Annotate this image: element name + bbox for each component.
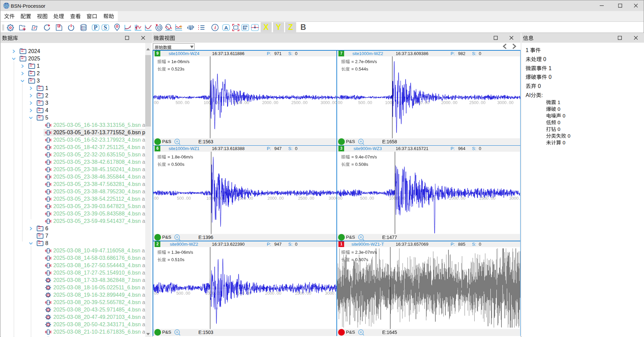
svg-text:0: 0 [562,140,565,145]
svg-text:0: 0 [543,56,546,62]
svg-text:0: 0 [557,126,560,132]
svg-text:0: 0 [568,133,570,139]
svg-text:i: i [214,25,216,30]
svg-text:A: A [224,25,228,31]
svg-text:P: P [94,24,98,31]
svg-text:0: 0 [538,83,541,89]
svg-text:0: 0 [562,113,565,118]
svg-text::: : [541,92,543,98]
svg-text:1: 1 [549,65,552,71]
svg-text:0: 0 [557,119,560,125]
svg-text:0: 0 [549,74,552,80]
svg-text:1: 1 [557,99,560,105]
svg-text:S: S [104,24,107,31]
svg-text:0: 0 [557,106,560,112]
svg-text:1: 1 [526,47,529,53]
svg-text:AI: AI [526,92,531,98]
